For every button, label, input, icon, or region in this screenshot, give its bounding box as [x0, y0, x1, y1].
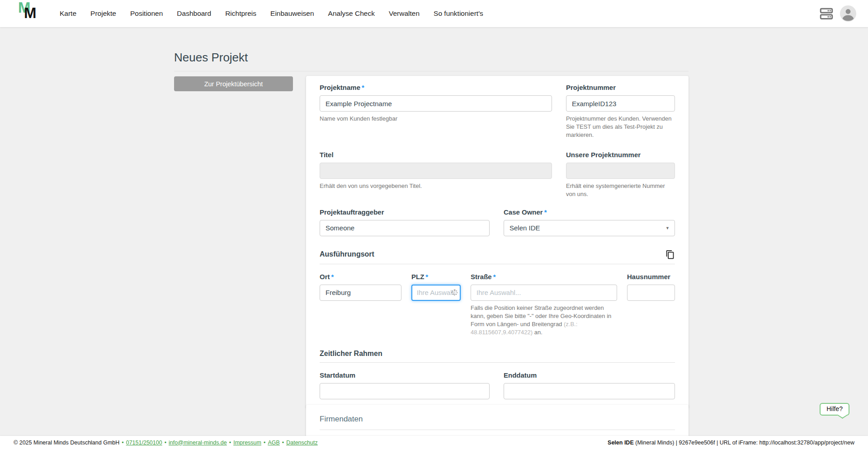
enddatum-label: Enddatum — [504, 371, 675, 379]
unsere-projektnummer-input — [566, 163, 675, 179]
titel-helper: Erhält den von uns vorgegebenen Titel. — [320, 182, 552, 190]
strasse-label: Straße* — [471, 273, 617, 281]
projektauftraggeber-label: Projektauftraggeber — [320, 208, 490, 216]
hilfe-button[interactable]: Hilfe? — [820, 403, 849, 416]
required-asterisk: * — [544, 208, 547, 216]
footer-session-info: Selen IDE (Mineral Minds) | 9267e9ee506f… — [608, 440, 854, 446]
page-title: Neues Projekt — [174, 51, 248, 65]
spinner-icon — [452, 290, 458, 295]
field-enddatum: Enddatum — [504, 371, 675, 399]
zeitlicher-rahmen-heading: Zeitlicher Rahmen — [320, 350, 382, 358]
copyright-text: © 2025 Mineral Minds Deutschland GmbH — [14, 440, 119, 446]
field-startdatum: Startdatum — [320, 371, 490, 399]
projektnummer-input[interactable] — [566, 95, 675, 112]
unsere-projektnummer-helper: Erhält eine systemgenerierte Nummer von … — [566, 182, 675, 198]
field-projektnummer: Projektnummer Projektnummer des Kunden. … — [566, 84, 675, 139]
startdatum-label: Startdatum — [320, 371, 490, 379]
nav-item-richtpreis[interactable]: Richtpreis — [225, 9, 256, 18]
title-divider — [174, 71, 689, 71]
server-icon[interactable] — [820, 8, 833, 20]
projektname-helper: Name vom Kunden festlegbar — [320, 115, 552, 123]
copy-icon[interactable] — [665, 250, 675, 259]
field-projektname: Projektname* Name vom Kunden festlegbar — [320, 84, 552, 139]
ort-input[interactable] — [320, 285, 401, 301]
footer-link-email[interactable]: info@mineral-minds.de — [169, 440, 227, 446]
ausfuehrungsort-heading: Ausführungsort — [320, 250, 374, 258]
required-asterisk: * — [331, 273, 334, 281]
field-ort: Ort* — [320, 273, 401, 337]
projektnummer-label: Projektnummer — [566, 84, 675, 91]
field-hausnummer: Hausnummer — [627, 273, 675, 337]
projektname-input[interactable] — [320, 95, 552, 112]
footer-link-impressum[interactable]: Impressum — [233, 440, 261, 446]
case-owner-select[interactable]: Selen IDE ▼ — [504, 220, 675, 236]
ort-label: Ort* — [320, 273, 401, 281]
section-zeitlicher-rahmen-header: Zeitlicher Rahmen — [320, 350, 675, 358]
required-asterisk: * — [425, 273, 428, 281]
hausnummer-label: Hausnummer — [627, 273, 675, 281]
unsere-projektnummer-label: Unsere Projektnummer — [566, 151, 675, 159]
firmendaten-heading: Firmendaten — [320, 415, 363, 423]
titel-label: Titel — [320, 151, 552, 159]
section-divider — [320, 362, 675, 363]
nav-item-einbauweisen[interactable]: Einbauweisen — [270, 9, 314, 18]
footer-session-detail: (Mineral Minds) | 9267e9ee506f | URL of … — [634, 440, 854, 446]
hausnummer-input[interactable] — [627, 285, 675, 301]
projektnummer-helper: Projektnummer des Kunden. Verwenden Sie … — [566, 115, 675, 139]
required-asterisk: * — [493, 273, 496, 281]
nav-item-verwalten[interactable]: Verwalten — [389, 9, 420, 18]
project-form-card: Projektname* Name vom Kunden festlegbar … — [306, 76, 689, 408]
field-unsere-projektnummer: Unsere Projektnummer Erhält eine systemg… — [566, 151, 675, 198]
field-projektauftraggeber: Projektauftraggeber — [320, 208, 490, 236]
mineral-minds-logo[interactable]: M M — [18, 3, 44, 24]
plz-label: PLZ* — [411, 273, 461, 281]
nav-right-icons — [820, 5, 856, 22]
titel-input — [320, 163, 552, 179]
enddatum-input[interactable] — [504, 383, 675, 399]
nav-item-dashboard[interactable]: Dashboard — [177, 9, 211, 18]
startdatum-input[interactable] — [320, 383, 490, 399]
case-owner-label: Case Owner* — [504, 208, 675, 216]
nav-item-positionen[interactable]: Positionen — [130, 9, 163, 18]
strasse-helper: Falls die Position keiner Straße zugeord… — [471, 304, 617, 337]
case-owner-value: Selen IDE — [509, 224, 540, 232]
section-divider — [320, 264, 675, 264]
field-strasse: Straße* Falls die Position keiner Straße… — [471, 273, 617, 337]
field-case-owner: Case Owner* Selen IDE ▼ — [504, 208, 675, 236]
projektauftraggeber-input[interactable] — [320, 220, 490, 236]
strasse-input[interactable] — [471, 285, 617, 301]
nav-menu: Karte Projekte Positionen Dashboard Rich… — [60, 9, 483, 18]
footer-user-name: Selen IDE — [608, 440, 634, 446]
footer: © 2025 Mineral Minds Deutschland GmbH • … — [0, 436, 868, 449]
top-navbar: M M Karte Projekte Positionen Dashboard … — [0, 0, 868, 27]
footer-link-agb[interactable]: AGB — [268, 440, 279, 446]
nav-item-karte[interactable]: Karte — [60, 9, 76, 18]
chevron-down-icon: ▼ — [665, 226, 670, 230]
field-titel: Titel Erhält den von uns vorgegebenen Ti… — [320, 151, 552, 198]
required-asterisk: * — [362, 84, 364, 91]
footer-link-datenschutz[interactable]: Datenschutz — [286, 440, 317, 446]
footer-left: © 2025 Mineral Minds Deutschland GmbH • … — [14, 440, 318, 446]
section-divider — [320, 430, 675, 430]
logo-letter-black: M — [24, 5, 37, 22]
field-plz: PLZ* — [411, 273, 461, 337]
page-content: Neues Projekt Zur Projektübersicht Proje… — [0, 27, 868, 449]
footer-link-phone[interactable]: 07151/250100 — [126, 440, 162, 446]
nav-item-analyse-check[interactable]: Analyse Check — [328, 9, 375, 18]
avatar-icon[interactable] — [840, 5, 856, 22]
nav-item-so-funktionierts[interactable]: So funktioniert's — [434, 9, 483, 18]
section-ausfuehrungsort-header: Ausführungsort — [320, 250, 675, 259]
projektname-label: Projektname* — [320, 84, 552, 91]
zur-projektuebersicht-button[interactable]: Zur Projektübersicht — [174, 76, 293, 91]
nav-item-projekte[interactable]: Projekte — [90, 9, 116, 18]
